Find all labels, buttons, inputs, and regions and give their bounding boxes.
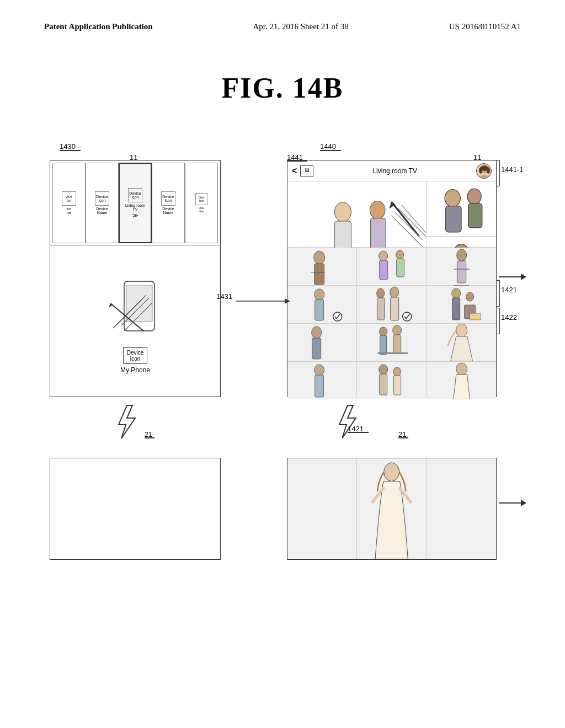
tv-title-label: Living room TV <box>317 167 473 175</box>
ref-1441-1: 1441-1 <box>501 165 523 174</box>
svg-point-45 <box>377 288 385 298</box>
svg-point-13 <box>487 167 490 174</box>
bottom-cell-3 <box>427 458 496 559</box>
photo-cell-7[interactable] <box>287 324 356 361</box>
lightning-left <box>110 403 143 441</box>
bottom-grid <box>287 458 496 559</box>
svg-point-12 <box>479 167 482 174</box>
photo-cell-2[interactable] <box>357 248 426 285</box>
device-icon-2: DeviceIcon <box>95 191 109 206</box>
page-header: Patent Application Publication Apr. 21, … <box>0 22 565 31</box>
svg-point-69 <box>456 363 467 375</box>
arrow-right-top <box>499 270 526 283</box>
device-icon-3: DeviceIcon <box>128 188 142 202</box>
photo-cell-6[interactable] <box>427 286 496 323</box>
svg-point-50 <box>451 288 460 298</box>
svg-point-35 <box>379 251 388 261</box>
bottom-cell-2[interactable] <box>357 458 426 559</box>
svg-point-57 <box>380 327 387 336</box>
device-cell-3[interactable]: DeviceIcon Living roomTV ≫ <box>119 163 152 243</box>
svg-rect-28 <box>468 204 482 228</box>
photo-cell-12[interactable] <box>427 362 496 399</box>
svg-point-42 <box>315 289 324 300</box>
svg-rect-40 <box>457 261 466 283</box>
svg-marker-80 <box>285 298 290 304</box>
svg-point-25 <box>445 190 460 207</box>
svg-rect-33 <box>315 264 324 285</box>
photo-cell-9[interactable] <box>427 324 496 361</box>
photo-cell-11[interactable] <box>357 362 426 399</box>
svg-rect-26 <box>446 206 461 232</box>
photo-top-right-1[interactable] <box>427 181 496 237</box>
panel-left-bottom <box>50 458 221 560</box>
svg-line-18 <box>391 202 419 237</box>
device-icon-1: viceon <box>62 191 76 206</box>
patent-number-label: US 2016/0110152 A1 <box>449 22 521 31</box>
svg-point-10 <box>479 175 490 179</box>
device-cell-2[interactable]: DeviceIcon DeviceName <box>86 163 119 243</box>
device-icon-5: DevIco <box>195 193 207 205</box>
ref-1440: 1440 <box>320 142 336 151</box>
device-grid: viceon icene DeviceIcon DeviceName Devic… <box>50 160 220 246</box>
panel-right-top: < 🖼 Living room TV <box>287 160 497 397</box>
svg-marker-76 <box>521 500 526 506</box>
svg-point-62 <box>456 324 467 337</box>
svg-point-67 <box>393 367 401 376</box>
ref-1431: 1431 <box>216 292 232 301</box>
device-cell-1[interactable]: viceon icene <box>52 163 86 243</box>
svg-rect-17 <box>371 218 386 251</box>
ref-1421-top: 1421 <box>501 286 517 294</box>
svg-point-32 <box>314 251 325 264</box>
device-icon-label-box: DeviceIcon <box>123 347 148 364</box>
photo-cell-8[interactable] <box>357 324 426 361</box>
date-sheet-label: Apr. 21, 2016 Sheet 21 of 38 <box>253 22 349 31</box>
image-icon: 🖼 <box>300 165 313 176</box>
svg-point-55 <box>312 326 322 339</box>
svg-point-14 <box>334 202 351 222</box>
back-button[interactable]: < <box>292 166 297 176</box>
arrow-right-bottom <box>499 496 526 510</box>
svg-marker-70 <box>119 405 135 438</box>
svg-rect-36 <box>380 260 388 280</box>
top-bar-1441: < 🖼 Living room TV <box>287 160 496 181</box>
svg-point-65 <box>379 365 388 374</box>
arrow-1431 <box>236 297 291 306</box>
device-cell-5[interactable]: DevIco DevNa <box>185 163 218 243</box>
svg-point-49 <box>403 312 412 321</box>
svg-point-52 <box>466 292 473 301</box>
photo-cell-4[interactable] <box>287 286 356 323</box>
svg-rect-64 <box>315 375 324 397</box>
photo-cell-5[interactable] <box>357 286 426 323</box>
photo-cell-1[interactable] <box>287 248 356 285</box>
figure-title: FIG. 14B <box>0 72 565 104</box>
featured-row <box>287 181 496 248</box>
svg-marker-71 <box>339 405 356 438</box>
svg-rect-60 <box>393 335 401 353</box>
phone-area: DeviceIcon My Phone <box>50 246 220 398</box>
svg-rect-51 <box>452 298 460 320</box>
svg-rect-46 <box>377 298 385 320</box>
svg-rect-66 <box>380 374 387 395</box>
photo-grid-area <box>287 181 496 398</box>
svg-point-27 <box>467 189 481 204</box>
svg-rect-54 <box>470 313 481 320</box>
publication-label: Patent Application Publication <box>44 22 153 31</box>
svg-rect-43 <box>315 299 324 320</box>
photo-cell-10[interactable] <box>287 362 356 399</box>
svg-point-16 <box>370 201 385 219</box>
lightning-right <box>331 403 364 441</box>
svg-rect-68 <box>394 376 401 395</box>
svg-point-44 <box>333 312 342 321</box>
photo-cell-3[interactable] <box>427 248 496 285</box>
bottom-cell-1 <box>287 458 356 559</box>
svg-rect-56 <box>312 338 321 359</box>
svg-rect-41 <box>454 269 469 270</box>
svg-rect-61 <box>378 352 408 354</box>
my-phone-label: My Phone <box>120 366 150 374</box>
photo-grid-lower <box>287 248 496 398</box>
device-cell-4[interactable]: DeviceIcon DeviceName <box>152 163 185 243</box>
device-icon-4: DeviceIcon <box>161 191 175 206</box>
svg-point-72 <box>384 463 399 481</box>
svg-rect-38 <box>397 259 404 277</box>
svg-line-20 <box>395 212 423 240</box>
